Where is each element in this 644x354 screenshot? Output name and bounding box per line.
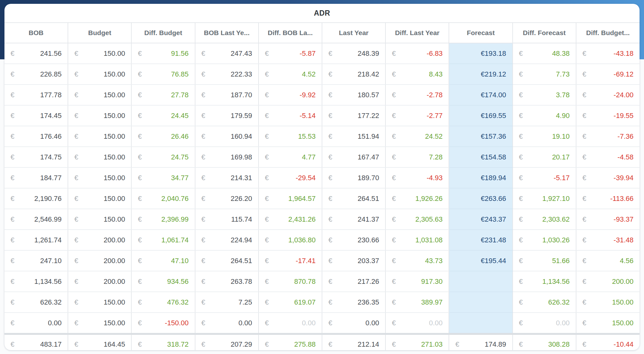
currency-symbol: €: [265, 340, 269, 349]
forecast-cell: €219.12: [449, 64, 512, 85]
cell-value: €189.94: [481, 174, 506, 182]
table-header: BOBBudgetDiff. BudgetBOB Last Ye...Diff.…: [4, 23, 640, 43]
table-cell: €275.88: [259, 334, 322, 350]
table-cell: €-39.94: [576, 167, 640, 188]
column-header-7[interactable]: Forecast: [449, 23, 512, 43]
currency-symbol: €: [138, 132, 142, 141]
table-cell: €91.56: [131, 43, 195, 64]
cell-value: -4.93: [427, 174, 443, 182]
cell-value: 150.00: [104, 112, 125, 120]
column-header-0[interactable]: BOB: [4, 23, 68, 43]
cell-value: 184.77: [40, 174, 62, 182]
currency-symbol: €: [455, 340, 459, 349]
table-cell: €115.74: [195, 209, 259, 230]
cell-value: -19.55: [614, 112, 633, 120]
table-cell: €34.77: [131, 167, 195, 188]
cell-value: 248.39: [358, 49, 379, 58]
cell-value: 626.32: [548, 298, 569, 306]
cell-value: 24.52: [425, 132, 443, 141]
currency-symbol: €: [138, 195, 142, 203]
column-header-2[interactable]: Diff. Budget: [131, 23, 195, 43]
currency-symbol: €: [138, 49, 142, 58]
currency-symbol: €: [201, 70, 205, 78]
table-row: €2,546.99€150.00€2,396.99€115.74€2,431.2…: [4, 209, 640, 230]
currency-symbol: €: [74, 49, 78, 58]
currency-symbol: €: [328, 319, 332, 327]
table-cell: €626.32: [4, 292, 68, 313]
table-cell: €217.26: [322, 271, 385, 292]
cell-value: 179.59: [231, 112, 252, 120]
cell-value: 619.07: [294, 298, 316, 306]
currency-symbol: €: [265, 112, 269, 120]
currency-symbol: €: [392, 215, 396, 224]
column-header-9[interactable]: Diff. Budget...: [576, 23, 640, 43]
cell-value: 150.00: [104, 195, 125, 203]
table-cell: €2,040.76: [131, 188, 195, 209]
column-header-5[interactable]: Last Year: [322, 23, 385, 43]
table-cell: €-24.00: [576, 85, 640, 105]
table-cell: €207.29: [195, 334, 259, 350]
currency-symbol: €: [138, 340, 142, 349]
currency-symbol: €: [138, 298, 142, 306]
currency-symbol: €: [201, 132, 205, 141]
cell-value: €193.18: [481, 49, 506, 58]
table-cell: €-113.66: [576, 188, 640, 209]
table-cell: €264.51: [322, 188, 385, 209]
column-header-6[interactable]: Diff. Last Year: [385, 23, 449, 43]
table-cell: €150.00: [68, 167, 131, 188]
currency-symbol: €: [392, 195, 396, 203]
cell-value: 177.22: [358, 112, 379, 120]
currency-symbol: €: [201, 277, 205, 286]
cell-value: 189.70: [358, 174, 379, 182]
cell-value: 0.00: [429, 319, 443, 327]
currency-symbol: €: [265, 236, 269, 244]
table-cell: €51.66: [513, 250, 576, 271]
cell-value: 0.00: [302, 319, 316, 327]
column-header-4[interactable]: Diff. BOB La...: [259, 23, 322, 43]
table-cell: €-7.36: [576, 126, 640, 147]
cell-value: 0.00: [365, 319, 379, 327]
table-cell: €-69.12: [576, 64, 640, 85]
table-cell: €1,926.26: [385, 188, 449, 209]
cell-value: -113.66: [610, 195, 633, 203]
cell-value: 4.90: [556, 112, 570, 120]
forecast-cell: [449, 271, 512, 292]
currency-symbol: €: [519, 195, 523, 203]
table-cell: €476.32: [131, 292, 195, 313]
table-cell: €3.78: [513, 85, 576, 105]
currency-symbol: €: [201, 49, 205, 58]
currency-symbol: €: [265, 174, 269, 182]
cell-value: 222.33: [231, 70, 252, 78]
currency-symbol: €: [201, 257, 205, 265]
cell-value: 2,546.99: [34, 215, 62, 224]
currency-symbol: €: [392, 91, 396, 99]
cell-value: 187.70: [231, 91, 252, 99]
currency-symbol: €: [582, 236, 586, 244]
cell-value: €157.36: [481, 132, 506, 141]
cell-value: €195.44: [481, 257, 506, 265]
table-cell: €174.45: [4, 105, 68, 126]
cell-value: 1,964.57: [288, 195, 316, 203]
table-cell: €2,305.63: [385, 209, 449, 230]
table-row: €241.56€150.00€91.56€247.43€-5.87€248.39…: [4, 43, 640, 64]
cell-value: 483.17: [40, 340, 62, 349]
currency-symbol: €: [11, 257, 14, 265]
currency-symbol: €: [265, 70, 269, 78]
column-header-3[interactable]: BOB Last Ye...: [195, 23, 259, 43]
currency-symbol: €: [265, 153, 269, 161]
cell-value: 934.56: [167, 277, 188, 286]
adr-table: BOBBudgetDiff. BudgetBOB Last Ye...Diff.…: [4, 22, 640, 350]
cell-value: 174.45: [40, 112, 62, 120]
column-header-8[interactable]: Diff. Forecast: [513, 23, 576, 43]
cell-value: 20.17: [552, 153, 570, 161]
currency-symbol: €: [328, 257, 332, 265]
table-cell: €-150.00: [131, 313, 195, 334]
table-cell: €150.00: [576, 313, 640, 334]
currency-symbol: €: [582, 112, 586, 120]
column-header-1[interactable]: Budget: [68, 23, 131, 43]
currency-symbol: €: [519, 215, 523, 224]
cell-value: 2,431.26: [288, 215, 316, 224]
table-cell: €15.53: [259, 126, 322, 147]
cell-value: -5.17: [554, 174, 570, 182]
currency-symbol: €: [265, 91, 269, 99]
